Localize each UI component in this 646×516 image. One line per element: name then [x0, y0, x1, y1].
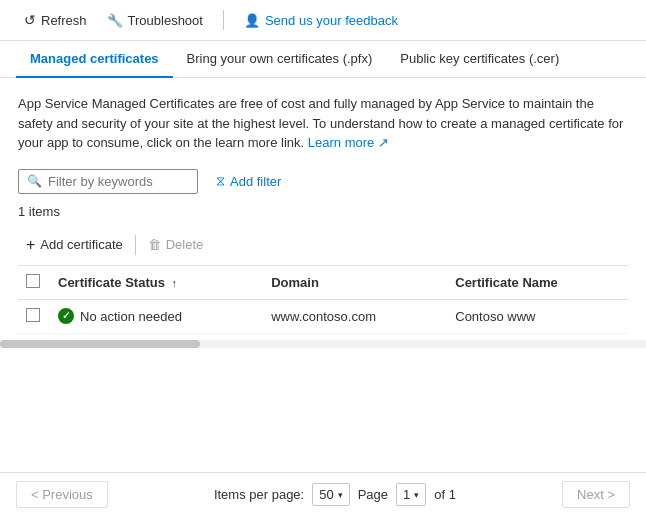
table-header-row: Certificate Status ↑ Domain Certificate … — [18, 266, 628, 300]
table-container: Certificate Status ↑ Domain Certificate … — [18, 265, 628, 334]
tab-cer-certificates[interactable]: Public key certificates (.cer) — [386, 41, 573, 78]
pagination-center: Items per page: 50 ▾ Page 1 ▾ of 1 — [214, 483, 456, 506]
add-certificate-button[interactable]: + Add certificate — [18, 231, 131, 259]
tabs-container: Managed certificates Bring your own cert… — [0, 41, 646, 78]
toolbar-divider — [223, 10, 224, 30]
feedback-icon: 👤 — [244, 13, 260, 28]
description-text: App Service Managed Certificates are fre… — [18, 94, 628, 153]
col-header-status[interactable]: Certificate Status ↑ — [50, 266, 263, 300]
sort-arrow-icon: ↑ — [172, 277, 178, 289]
add-icon: + — [26, 236, 35, 254]
horizontal-scrollbar-track[interactable] — [0, 340, 646, 348]
feedback-label: Send us your feedback — [265, 13, 398, 28]
row-checkbox-cell — [18, 299, 50, 333]
certificates-table: Certificate Status ↑ Domain Certificate … — [18, 266, 628, 334]
main-content: App Service Managed Certificates are fre… — [0, 78, 646, 334]
troubleshoot-button[interactable]: 🔧 Troubleshoot — [99, 9, 211, 32]
action-bar: + Add certificate 🗑 Delete — [18, 227, 628, 263]
row-status-cell: No action needed — [50, 299, 263, 333]
col-header-domain: Domain — [263, 266, 447, 300]
chevron-down-icon: ▾ — [338, 490, 343, 500]
search-box: 🔍 — [18, 169, 198, 194]
items-count: 1 items — [18, 204, 628, 219]
items-per-page-select[interactable]: 50 ▾ — [312, 483, 349, 506]
next-button[interactable]: Next > — [562, 481, 630, 508]
col-header-cert-name: Certificate Name — [447, 266, 628, 300]
page-chevron-down-icon: ▾ — [414, 490, 419, 500]
search-input[interactable] — [48, 174, 188, 189]
refresh-button[interactable]: ↺ Refresh — [16, 8, 95, 32]
refresh-label: Refresh — [41, 13, 87, 28]
previous-nav: < Previous — [16, 481, 108, 508]
previous-button[interactable]: < Previous — [16, 481, 108, 508]
feedback-button[interactable]: 👤 Send us your feedback — [236, 9, 406, 32]
search-icon: 🔍 — [27, 174, 42, 188]
delete-icon: 🗑 — [148, 237, 161, 252]
status-success-icon — [58, 308, 74, 324]
external-link-icon: ↗ — [378, 135, 389, 150]
troubleshoot-icon: 🔧 — [107, 13, 123, 28]
page-label: Page — [358, 487, 388, 502]
page-select[interactable]: 1 ▾ — [396, 483, 426, 506]
tab-pfx-certificates[interactable]: Bring your own certificates (.pfx) — [173, 41, 387, 78]
table-row: No action needed www.contoso.com Contoso… — [18, 299, 628, 333]
row-checkbox[interactable] — [26, 308, 40, 322]
items-per-page-label: Items per page: — [214, 487, 304, 502]
filter-icon: ⧖ — [216, 173, 225, 189]
col-header-checkbox — [18, 266, 50, 300]
toolbar: ↺ Refresh 🔧 Troubleshoot 👤 Send us your … — [0, 0, 646, 41]
learn-more-link[interactable]: Learn more ↗ — [308, 135, 389, 150]
row-cert-name-cell: Contoso www — [447, 299, 628, 333]
pagination-footer: < Previous Items per page: 50 ▾ Page 1 ▾… — [0, 472, 646, 516]
filter-row: 🔍 ⧖ Add filter — [18, 169, 628, 194]
add-filter-button[interactable]: ⧖ Add filter — [208, 169, 289, 193]
next-nav: Next > — [562, 481, 630, 508]
status-cell: No action needed — [58, 308, 255, 324]
horizontal-scrollbar-thumb[interactable] — [0, 340, 200, 348]
row-domain-cell: www.contoso.com — [263, 299, 447, 333]
of-label: of 1 — [434, 487, 456, 502]
tab-managed-certificates[interactable]: Managed certificates — [16, 41, 173, 78]
troubleshoot-label: Troubleshoot — [128, 13, 203, 28]
header-checkbox[interactable] — [26, 274, 40, 288]
delete-button[interactable]: 🗑 Delete — [140, 232, 212, 257]
action-bar-divider — [135, 235, 136, 255]
refresh-icon: ↺ — [24, 12, 36, 28]
